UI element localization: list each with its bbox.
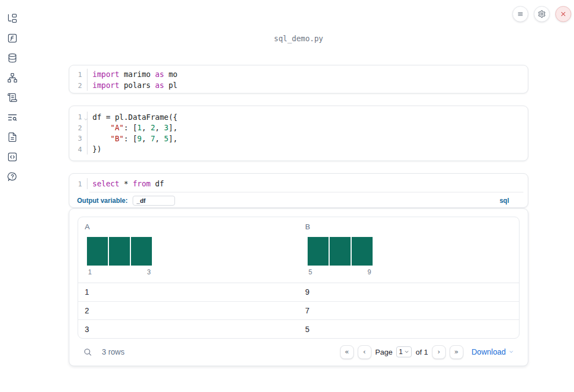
database-icon (7, 53, 18, 63)
topbar (512, 6, 571, 22)
sidebar-item-dependencies[interactable] (2, 68, 22, 87)
output-variable-row: Output variable: sql (69, 192, 528, 208)
help-bubble-icon (7, 172, 18, 182)
column-header-b[interactable]: B 5 9 (299, 217, 520, 283)
line-number: 2 (69, 80, 88, 91)
histogram-bar[interactable] (131, 237, 152, 266)
sidebar-item-datasources[interactable] (2, 48, 22, 68)
download-button[interactable]: Download (472, 347, 514, 356)
keyword-token: as (155, 70, 164, 79)
language-badge: sql (500, 197, 509, 205)
table-cell: 5 (299, 325, 520, 334)
code-line: 1 import marimo as mo (69, 69, 528, 80)
code-text[interactable]: "A": [1, 2, 3], (88, 123, 178, 132)
code-cell-dataframe[interactable]: 1 df = pl.DataFrame({ 2 "A": [1, 2, 3], … (69, 106, 528, 161)
code-token (92, 123, 111, 132)
string-token: "B" (111, 134, 124, 143)
sidebar-item-explorer[interactable] (2, 8, 22, 28)
table-output-card: A 1 3 B (69, 208, 528, 366)
number-token: 2 (151, 123, 155, 132)
keyword-token: import (92, 70, 119, 79)
marimo-notebook: sql_demo.py 1 import marimo as mo 2 impo… (0, 0, 574, 392)
chevrons-right-icon: » (454, 348, 458, 355)
sidebar-item-documentation[interactable] (2, 127, 22, 147)
previous-page-button[interactable]: ‹ (358, 345, 371, 359)
sql-cell: 1 select * from df Output variable: sql (69, 173, 528, 208)
histogram-min-label: 1 (88, 268, 92, 276)
settings-button[interactable] (534, 6, 550, 22)
table-cell: 9 (299, 288, 520, 296)
code-line: 2 "A": [1, 2, 3], (69, 123, 528, 134)
code-text[interactable]: import polars as pl (88, 81, 177, 90)
code-text[interactable]: select * from df (88, 179, 164, 188)
code-token: , (141, 134, 150, 143)
code-cell-imports[interactable]: 1 import marimo as mo 2 import polars as… (69, 65, 528, 93)
function-square-icon (7, 33, 18, 43)
line-number: 1 (69, 69, 88, 80)
keyword-token: as (155, 81, 164, 90)
code-text[interactable]: df = pl.DataFrame({ (88, 113, 177, 122)
file-tree-icon (7, 13, 18, 24)
code-line: 4 }) (69, 144, 528, 155)
table-row[interactable]: 2 7 (78, 302, 519, 321)
histogram-bar[interactable] (109, 237, 130, 266)
search-button[interactable] (83, 347, 92, 357)
table-cell: 2 (78, 306, 299, 315)
sidebar-item-snippets[interactable] (2, 147, 22, 167)
sidebar-item-logs[interactable] (2, 107, 22, 127)
column-label: A (85, 223, 299, 231)
code-token (92, 134, 111, 143)
keyword-token: select (92, 179, 119, 188)
histogram-bar[interactable] (352, 237, 373, 266)
row-count: 3 rows (102, 347, 124, 356)
column-header-a[interactable]: A 1 3 (78, 217, 299, 283)
first-page-button[interactable]: « (340, 345, 354, 359)
table-cell: 3 (78, 325, 299, 334)
code-token: marimo (119, 70, 155, 79)
dataframe-table: A 1 3 B (78, 217, 520, 339)
keyword-token: import (92, 81, 119, 90)
histogram-bar[interactable] (308, 237, 329, 266)
page-select[interactable]: 1 (396, 346, 412, 357)
table-row[interactable]: 3 5 (78, 320, 519, 338)
histogram-bar[interactable] (87, 237, 108, 266)
sidebar-item-scratchpad[interactable] (2, 87, 22, 107)
page-total: of 1 (416, 348, 428, 356)
gear-icon (538, 10, 546, 18)
code-line: 2 import polars as pl (69, 80, 528, 91)
line-number: 1 (69, 178, 88, 189)
next-page-button[interactable]: › (432, 345, 446, 359)
table-row[interactable]: 1 9 (78, 283, 519, 302)
sidebar-item-variables[interactable] (2, 28, 22, 48)
line-number: 2 (69, 123, 88, 134)
code-token: ], (168, 123, 177, 132)
sql-editor[interactable]: 1 select * from df (69, 174, 528, 192)
menu-button[interactable] (512, 6, 528, 22)
code-line: 1 df = pl.DataFrame({ (69, 112, 528, 123)
chevron-down-icon (404, 349, 409, 355)
code-text[interactable]: "B": [9, 7, 5], (88, 134, 178, 143)
output-variable-input[interactable] (133, 196, 175, 206)
page-select-value: 1 (399, 348, 403, 356)
table-body: 1 9 2 7 3 5 (78, 283, 519, 338)
text-search-icon (7, 112, 18, 123)
histogram-bar[interactable] (330, 237, 351, 266)
sidebar-item-help[interactable] (2, 167, 22, 186)
file-text-icon (7, 132, 18, 142)
code-token: df = pl.DataFrame({ (92, 113, 177, 122)
page-label: Page (375, 348, 393, 356)
scroll-icon (7, 92, 18, 103)
column-label: B (305, 223, 520, 231)
code-token: : [ (124, 123, 137, 132)
code-token: , (155, 123, 164, 132)
close-button[interactable] (555, 6, 571, 22)
code-text[interactable]: }) (88, 145, 101, 153)
keyword-token: from (133, 179, 151, 188)
histogram-min-label: 5 (309, 268, 313, 276)
table-footer: 3 rows « ‹ Page 1 of 1 › » Download (83, 339, 514, 365)
histogram-max-label: 9 (368, 268, 371, 276)
last-page-button[interactable]: » (450, 345, 463, 359)
line-number: 1 (69, 112, 88, 123)
output-variable-label: Output variable: (77, 197, 128, 205)
code-text[interactable]: import marimo as mo (88, 70, 177, 79)
